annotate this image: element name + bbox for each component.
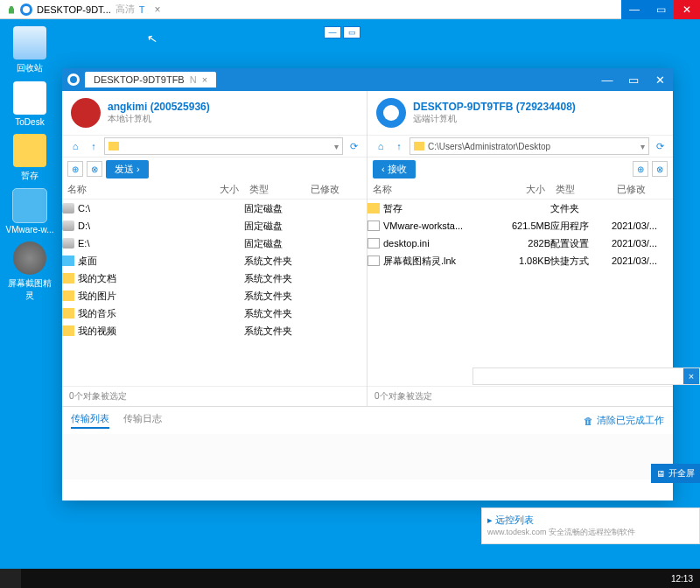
minimize-button[interactable]: — [324, 26, 341, 38]
col-type[interactable]: 类型 [550, 183, 612, 196]
new-folder-button[interactable]: ⊕ [633, 161, 648, 177]
file-row[interactable]: 我的视频 系统文件夹 [62, 322, 367, 340]
home-button[interactable]: ⌂ [373, 138, 388, 154]
file-list[interactable]: 暂存 文件夹 VMware-worksta... 621.5MB 应用程序 20… [368, 200, 673, 386]
file-icon [62, 326, 74, 336]
col-type[interactable]: 类型 [244, 183, 305, 196]
file-type: 系统文件夹 [244, 325, 305, 338]
icon-label: 暂存 [5, 170, 54, 182]
folder-icon [414, 142, 424, 150]
delete-button[interactable]: ⊗ [652, 161, 668, 177]
home-button[interactable]: ⌂ [67, 138, 83, 154]
avatar [71, 98, 101, 128]
desktop-icon[interactable]: VMware-w... [5, 189, 54, 234]
pane-header: angkimi (200525936) 本地计算机 [62, 91, 367, 135]
local-subtitle: 本地计算机 [108, 113, 210, 125]
refresh-button[interactable]: ⟳ [346, 138, 361, 154]
file-name: 我的文档 [78, 272, 116, 285]
desktop-icon[interactable]: 屏幕截图精灵 [5, 242, 54, 302]
file-row[interactable]: E:\ 固定磁盘 [62, 234, 367, 252]
file-row[interactable]: 屏幕截图精灵.lnk 1.08KB 快捷方式 2021/03/... [368, 252, 673, 270]
clear-completed-button[interactable]: 🗑 清除已完成工作 [584, 412, 664, 429]
avatar-icon [20, 4, 32, 16]
col-size[interactable]: 大小 [496, 183, 550, 196]
desktop-icon[interactable]: 暂存 [5, 134, 54, 182]
refresh-button[interactable]: ⟳ [652, 138, 668, 154]
file-row[interactable]: 我的图片 系统文件夹 [62, 287, 367, 304]
outer-tab[interactable]: DESKTOP-9DT... 高清 T × [0, 0, 168, 18]
tab-badge: T [139, 4, 145, 15]
file-row[interactable]: 我的文档 系统文件夹 [62, 270, 367, 287]
col-mod[interactable]: 已修改 [612, 183, 673, 196]
close-icon[interactable]: × [683, 368, 699, 384]
up-button[interactable]: ↑ [391, 138, 407, 154]
transfer-area [62, 434, 673, 480]
remote-subtitle: 远端计算机 [413, 113, 576, 125]
file-type: 固定磁盘 [244, 237, 305, 250]
dropdown-icon[interactable]: ▾ [334, 142, 339, 151]
file-row[interactable]: 暂存 文件夹 [368, 200, 673, 217]
close-icon[interactable]: × [155, 4, 161, 16]
path-input[interactable]: C:\Users\Administrator\Desktop ▾ [410, 137, 649, 155]
file-row[interactable]: C:\ 固定磁盘 [62, 200, 367, 217]
column-headers: 名称 大小 类型 已修改 [62, 180, 367, 200]
tab-log[interactable]: 传输日志 [123, 412, 162, 429]
folder-icon [108, 142, 119, 150]
file-type: 系统文件夹 [244, 255, 305, 268]
maximize-button[interactable]: ▭ [648, 0, 674, 19]
lock-icon [7, 5, 16, 14]
remote-list-title: ▸ 远控列表 [487, 514, 694, 527]
taskbar[interactable]: 12:13 [0, 569, 700, 588]
outer-tabbar: DESKTOP-9DT... 高清 T × [0, 0, 700, 19]
close-button[interactable]: ✕ [674, 0, 700, 19]
avatar [376, 98, 406, 128]
app-icon [13, 26, 46, 60]
window-tab[interactable]: DESKTOP-9DT9TFB N × [85, 72, 216, 88]
file-icon [368, 256, 380, 266]
col-mod[interactable]: 已修改 [305, 183, 367, 196]
status-text: 0个对象被选定 [368, 386, 673, 406]
start-button[interactable] [0, 569, 21, 588]
fullscreen-strip[interactable]: 🖥 开全屏 [651, 464, 700, 483]
tab-sub: N [190, 74, 197, 85]
up-button[interactable]: ↑ [86, 138, 102, 154]
desktop-icon[interactable]: ToDesk [5, 81, 54, 127]
status-text: 0个对象被选定 [62, 386, 367, 406]
file-row[interactable]: VMware-worksta... 621.5MB 应用程序 2021/03/.… [368, 217, 673, 234]
file-row[interactable]: 桌面 系统文件夹 [62, 252, 367, 270]
path-input[interactable]: ▾ [104, 137, 343, 155]
icon-label: 屏幕截图精灵 [5, 277, 54, 302]
remote-list-sub: www.todesk.com 安全流畅的远程控制软件 [487, 527, 694, 538]
close-icon[interactable]: × [202, 74, 207, 85]
file-type: 应用程序 [550, 220, 612, 233]
titlebar[interactable]: DESKTOP-9DT9TFB N × — ▭ ✕ [62, 68, 673, 91]
file-row[interactable]: desktop.ini 282B 配置设置 2021/03/... [368, 234, 673, 252]
new-folder-button[interactable]: ⊕ [67, 161, 83, 177]
file-icon [62, 273, 74, 284]
minimize-button[interactable]: — [594, 74, 620, 87]
file-type: 配置设置 [550, 237, 612, 250]
maximize-button[interactable]: ▭ [620, 74, 647, 87]
file-list[interactable]: C:\ 固定磁盘 D:\ 固定磁盘 E:\ 固定磁盘 桌面 系统文件夹 我的文档… [62, 200, 367, 386]
tab-queue[interactable]: 传输列表 [71, 412, 109, 429]
remote-list-panel[interactable]: ▸ 远控列表 www.todesk.com 安全流畅的远程控制软件 [481, 508, 700, 544]
path-bar: ⌂ ↑ ▾ ⟳ [62, 135, 367, 158]
file-name: C:\ [78, 203, 90, 214]
close-button[interactable]: ✕ [647, 74, 673, 87]
desktop-icon[interactable]: 回收站 [5, 26, 54, 74]
file-type: 固定磁盘 [244, 220, 305, 233]
delete-button[interactable]: ⊗ [87, 161, 102, 177]
dropdown-icon[interactable]: ▾ [640, 142, 645, 151]
clock[interactable]: 12:13 [671, 574, 700, 584]
minimize-button[interactable]: — [621, 0, 648, 19]
icon-label: VMware-w... [5, 225, 54, 234]
col-name[interactable]: 名称 [62, 183, 190, 196]
col-name[interactable]: 名称 [368, 183, 496, 196]
file-row[interactable]: 我的音乐 系统文件夹 [62, 304, 367, 322]
col-size[interactable]: 大小 [190, 183, 244, 196]
file-row[interactable]: D:\ 固定磁盘 [62, 217, 367, 234]
send-button[interactable]: 发送› [106, 160, 149, 178]
receive-button[interactable]: ‹接收 [373, 160, 416, 178]
maximize-button[interactable]: ▭ [343, 26, 360, 38]
tab-badge: 高清 [116, 3, 135, 16]
